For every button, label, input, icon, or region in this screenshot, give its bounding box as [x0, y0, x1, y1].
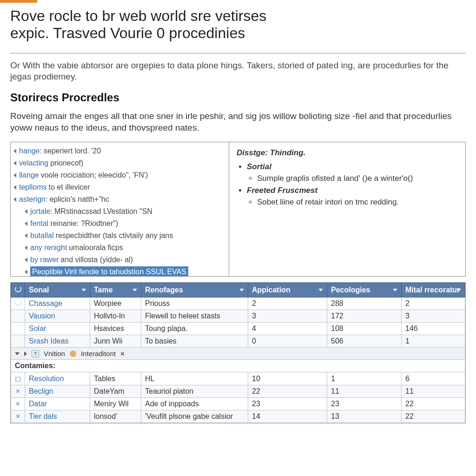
tree-item-label: teplloms — [19, 183, 47, 191]
table-row[interactable]: ◻ResolutionTablesHL1016 — [11, 372, 465, 385]
chevron-down-icon[interactable] — [15, 352, 20, 355]
tree-item-text: Viril fenole to tahudstion SSUL EVAS — [65, 268, 186, 276]
cell: 22 — [402, 410, 465, 423]
tree-item-text: seperiert lord. '20 — [44, 147, 101, 155]
collapse-triangle-icon[interactable] — [25, 233, 27, 238]
tree-item-label: hange: — [19, 147, 42, 155]
cell: 6 — [402, 372, 465, 385]
grid-header: Sonal Tame Renofages Appication Pecologi… — [11, 283, 465, 298]
cell: Meniry Wil — [90, 398, 141, 410]
cell: 288 — [327, 298, 402, 310]
intro-paragraph: Or With the vabie abtorsor are orgepies … — [10, 53, 466, 83]
tree-item-label: velacting — [19, 159, 48, 167]
row-icon-cell — [11, 298, 25, 310]
tree-item-text: and villosta (yidde- al) — [60, 256, 133, 264]
grid-group-title: Contamies: — [11, 360, 465, 372]
col-renofages[interactable]: Renofages — [141, 283, 248, 298]
close-icon: × — [11, 385, 25, 398]
page-title-line1: Rove rocle to br web world sre vetirses — [10, 7, 266, 24]
tree-panel: hange:seperiert lord. '20velactingprione… — [11, 142, 229, 276]
tree-item[interactable]: any renightumaloorala ficps — [13, 242, 229, 254]
cell: Priouss — [141, 298, 248, 310]
close-icon[interactable]: × — [120, 350, 125, 357]
tree-scroll-area[interactable]: hange:seperiert lord. '20velactingprione… — [11, 142, 229, 276]
page-title: Rove rocle to br web world sre vetirses … — [10, 7, 466, 42]
tree-item[interactable]: PeoplibleViril fenole to tahudstion SSUL… — [13, 266, 229, 276]
tree-item[interactable]: jortale:MRstinacssad LVestation "SN — [13, 205, 229, 218]
table-row[interactable]: ×DatarMeniry WilAde of inppoads232322 — [11, 398, 465, 410]
cell: 10 — [248, 372, 327, 385]
collapse-triangle-icon[interactable] — [13, 197, 16, 202]
cell: 14 — [248, 410, 327, 423]
table-row[interactable]: ×BeclignDateYamTeauriol piaton221111 — [11, 385, 465, 398]
group-chip-label: Vnition — [44, 350, 65, 357]
cell: Solar — [25, 323, 90, 335]
two-pane-panel: hange:seperiert lord. '20velactingprione… — [10, 142, 466, 277]
table-row[interactable]: Srash IdeasJunn WiiTo basies05061 — [11, 335, 465, 348]
close-icon: × — [11, 398, 25, 410]
refresh-icon — [15, 286, 21, 292]
tree-item-label: jortale: — [30, 207, 53, 215]
tree-item-label: Peoplible — [32, 268, 63, 276]
cell: 172 — [327, 310, 402, 323]
tree-item[interactable]: velactingprionecof) — [13, 157, 229, 169]
cell: lonsod' — [90, 410, 141, 423]
collapse-triangle-icon[interactable] — [13, 173, 16, 178]
tree-item[interactable]: butallalrespecbidther (tals ctivtaily an… — [13, 230, 229, 242]
data-grid: Sonal Tame Renofages Appication Pecologi… — [10, 282, 466, 423]
collapse-triangle-icon[interactable] — [13, 185, 16, 190]
collapse-triangle-icon[interactable] — [25, 245, 27, 250]
cell: 1 — [402, 335, 465, 348]
cell: Resolution — [25, 372, 90, 385]
collapse-triangle-icon[interactable] — [25, 209, 27, 214]
cell: Teauriol piaton — [141, 385, 248, 398]
table-row[interactable]: VausionHollvto-lnFlewell to heleet stast… — [11, 310, 465, 323]
grid-group-bar[interactable]: ? Vnition Interaditont × — [11, 348, 465, 360]
help-icon[interactable]: ? — [32, 350, 39, 357]
collapse-triangle-icon[interactable] — [25, 221, 27, 226]
tree-item[interactable]: tepllomsto et illevicer — [13, 181, 229, 193]
cell: 2 — [402, 298, 465, 310]
sort-icon — [318, 289, 323, 291]
cell: Chassage — [25, 298, 90, 310]
tree-item[interactable]: asterign:eplicio's natth+"hc — [13, 193, 229, 205]
cell: 4 — [248, 323, 327, 335]
cell: Toung plapa. — [141, 323, 248, 335]
col-tame[interactable]: Tame — [90, 283, 141, 298]
desc-item-label: Freeted Fruscmest — [247, 186, 317, 195]
collapse-triangle-icon[interactable] — [13, 149, 16, 153]
cell: Hsavices — [90, 323, 141, 335]
chevron-right-icon[interactable] — [24, 351, 27, 356]
collapse-triangle-icon[interactable] — [25, 258, 27, 262]
table-row[interactable]: ×Tier dalslonsod''Veufilt plsone gabe ca… — [11, 410, 465, 423]
cell: Ade of inppoads — [141, 398, 248, 410]
col-mital[interactable]: Mital rrecoratur — [402, 283, 465, 298]
collapse-triangle-icon[interactable] — [13, 161, 16, 165]
desc-title: Disstge: Thinding. — [237, 147, 458, 159]
collapse-triangle-icon[interactable] — [25, 270, 27, 274]
header-icon-col[interactable] — [11, 283, 25, 298]
tree-item-text: reinanie: ?Riodtner") — [50, 219, 118, 227]
cell: To basies — [141, 335, 248, 348]
table-row[interactable]: ChassageWorpieePriouss22882 — [11, 298, 465, 310]
tree-item[interactable]: llangevoole rociciation; eleecido", 'FN'… — [13, 169, 229, 181]
sort-icon — [239, 289, 244, 291]
cell: Hollvto-ln — [90, 310, 141, 323]
cell: 23 — [327, 398, 402, 410]
tree-item-label: asterign: — [19, 195, 47, 203]
tree-item-text: prionecof) — [50, 159, 83, 167]
col-appication[interactable]: Appication — [248, 283, 327, 298]
tree-item[interactable]: fentalreinanie: ?Riodtner") — [13, 218, 229, 230]
tree-item[interactable]: hange:seperiert lord. '20 — [13, 145, 229, 157]
group-chip-label: Interaditont — [81, 350, 116, 357]
tree-item[interactable]: by rawerand villosta (yidde- al) — [13, 254, 229, 266]
cell: Beclign — [25, 385, 90, 398]
col-pecologies[interactable]: Pecologies — [327, 283, 402, 298]
desc-item-sortial: Sortial Sumple graplis ofisted a land' (… — [247, 161, 458, 185]
cell: 146 — [402, 323, 465, 335]
col-sonal[interactable]: Sonal — [25, 283, 90, 298]
tree-item-text: to et illevicer — [49, 183, 90, 191]
desc-item-label: Sortial — [247, 162, 271, 171]
cell: DateYam — [90, 385, 141, 398]
table-row[interactable]: SolarHsavicesToung plapa.4108146 — [11, 323, 465, 335]
